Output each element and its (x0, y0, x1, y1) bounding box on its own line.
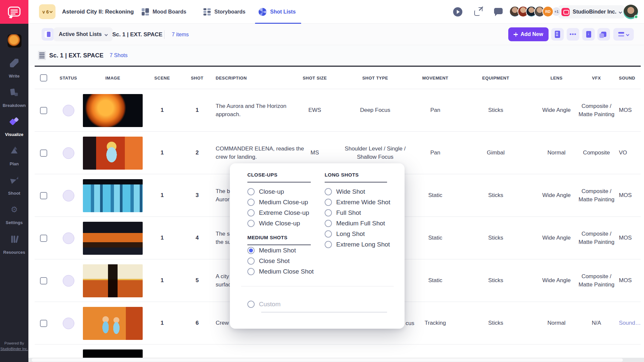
equipment-cell[interactable]: Gimbal (471, 132, 520, 174)
horizontal-scrollbar-track[interactable] (28, 358, 644, 362)
shot-thumbnail[interactable] (83, 94, 143, 127)
more-options-button[interactable]: ••• (567, 28, 579, 41)
shot-thumbnail[interactable] (83, 264, 143, 297)
lens-cell[interactable]: Wide Angle (537, 217, 576, 259)
row-checkbox[interactable] (40, 149, 47, 157)
shot-size-cell[interactable]: EWS (297, 89, 333, 132)
option-medium-close-up[interactable]: Medium Close-up (247, 197, 308, 208)
option-medium-full-shot[interactable]: Medium Full Shot (325, 218, 385, 229)
sidebar-item-shoot[interactable]: Shoot (0, 175, 28, 196)
shot-thumbnail[interactable] (83, 179, 143, 212)
shot-cell[interactable]: 2 (187, 132, 207, 174)
scene-cell[interactable]: 1 (152, 259, 172, 302)
vfx-cell[interactable]: Composite / Matte Painting (577, 217, 616, 259)
status-badge[interactable] (63, 190, 74, 201)
option-long-shot[interactable]: Long Shot (325, 229, 365, 239)
scene-cell[interactable]: 1 (152, 89, 172, 132)
shot-cell[interactable]: 3 (187, 174, 207, 217)
select-all-checkbox[interactable] (40, 74, 47, 82)
project-thumbnail[interactable] (8, 34, 21, 48)
vfx-cell[interactable]: Composite / Matte Painting (577, 259, 616, 302)
panel-toggle-button[interactable] (42, 28, 54, 41)
vfx-cell[interactable]: Composite (577, 132, 616, 174)
movement-cell[interactable]: Pan (411, 132, 460, 174)
sound-cell[interactable]: MOS (619, 259, 644, 302)
lens-cell[interactable]: Wide Angle (537, 174, 576, 217)
equipment-cell[interactable]: Sticks (471, 89, 520, 132)
scene-cell[interactable]: 1 (152, 217, 172, 259)
equipment-cell[interactable]: Sticks (471, 259, 520, 302)
sidebar-item-plan[interactable]: Plan (0, 146, 28, 166)
powered-by[interactable]: Powered By StudioBinder Inc. (0, 341, 28, 352)
add-new-button[interactable]: Add New (508, 27, 549, 41)
sound-cell[interactable]: MOS (619, 174, 644, 217)
status-badge[interactable] (63, 147, 74, 159)
sound-cell[interactable]: MOS (619, 89, 644, 132)
movement-cell[interactable]: Static (411, 259, 460, 302)
vfx-cell[interactable]: N/A (577, 302, 616, 345)
equipment-cell[interactable]: Sticks (471, 302, 520, 345)
status-badge[interactable] (63, 105, 74, 116)
lens-cell[interactable]: Wide Angle (537, 259, 576, 302)
shot-thumbnail[interactable] (83, 307, 143, 340)
row-checkbox[interactable] (40, 107, 47, 114)
present-play-button[interactable] (453, 7, 462, 16)
lens-cell[interactable]: Wide Angle (537, 89, 576, 132)
status-badge[interactable] (63, 275, 74, 286)
vfx-cell[interactable]: Composite / Matte Painting (577, 89, 616, 132)
tab-shot-lists[interactable]: Shot Lists (259, 0, 296, 24)
shot-thumbnail[interactable] (83, 137, 143, 170)
option-full-shot[interactable]: Full Shot (325, 208, 361, 218)
sidebar-item-resources[interactable]: Resources (0, 234, 28, 255)
shot-cell[interactable]: 1 (187, 89, 207, 132)
option-custom[interactable]: Custom (247, 299, 280, 310)
sidebar-item-write[interactable]: Write (0, 58, 28, 79)
lens-cell[interactable]: Normal (537, 132, 576, 174)
movement-cell[interactable]: Pan (411, 89, 460, 132)
option-extreme-long-shot[interactable]: Extreme Long Shot (325, 239, 390, 250)
org-switcher[interactable]: StudioBinder Inc. (558, 5, 625, 18)
duplicate-button[interactable] (597, 28, 610, 41)
status-badge[interactable] (63, 317, 74, 329)
shotlist-view-dropdown[interactable]: Active Shot Lists (54, 27, 113, 41)
lens-cell[interactable]: Normal (537, 302, 576, 345)
measure-list-button[interactable] (551, 28, 564, 41)
option-medium-close-shot[interactable]: Medium Close Shot (247, 266, 314, 277)
share-icon[interactable] (474, 7, 483, 16)
scene-cell[interactable]: 1 (152, 174, 172, 217)
movement-cell[interactable]: Static (411, 174, 460, 217)
tab-mood-boards[interactable]: Mood Boards (142, 0, 186, 24)
equipment-cell[interactable]: Sticks (471, 217, 520, 259)
option-close-up[interactable]: Close-up (247, 186, 284, 197)
scene-cell[interactable]: 1 (152, 302, 172, 345)
row-checkbox[interactable] (40, 235, 47, 242)
shot-cell[interactable]: 6 (187, 302, 207, 345)
shot-type-cell[interactable]: Deep Focus (343, 89, 408, 132)
studiobinder-logo[interactable] (0, 0, 28, 24)
tab-storyboards[interactable]: Storyboards (203, 0, 245, 24)
sound-cell[interactable]: VO (619, 132, 644, 174)
option-close-shot[interactable]: Close Shot (247, 256, 290, 266)
comment-icon[interactable] (494, 8, 503, 14)
description-cell[interactable]: The Aurora and The Horizon approach. (216, 89, 305, 132)
custom-input-underline[interactable] (261, 312, 387, 313)
movement-cell[interactable]: Tracking (411, 302, 460, 345)
option-extreme-wide-shot[interactable]: Extreme Wide Shot (325, 197, 390, 208)
scene-cell[interactable]: 1 (152, 132, 172, 174)
sidebar-item-visualize[interactable]: Visualize (0, 116, 28, 137)
sound-cell[interactable]: Sound… (619, 302, 644, 345)
vfx-cell[interactable]: Composite / Matte Painting (577, 174, 616, 217)
equipment-cell[interactable]: Sticks (471, 174, 520, 217)
user-avatar[interactable] (624, 5, 638, 19)
shot-cell[interactable]: 4 (187, 217, 207, 259)
sidebar-item-settings[interactable]: ⚙ Settings (0, 205, 28, 225)
shot-thumbnail[interactable] (83, 222, 143, 255)
row-density-button[interactable] (613, 28, 634, 41)
shot-cell[interactable]: 5 (187, 259, 207, 302)
row-checkbox[interactable] (40, 277, 47, 284)
horizontal-scrollbar-thumb[interactable] (32, 358, 623, 362)
option-wide-close-up[interactable]: Wide Close-up (247, 218, 300, 229)
row-checkbox[interactable] (40, 192, 47, 199)
version-badge[interactable]: v 6 (39, 4, 55, 19)
option-extreme-close-up[interactable]: Extreme Close-up (247, 208, 309, 218)
